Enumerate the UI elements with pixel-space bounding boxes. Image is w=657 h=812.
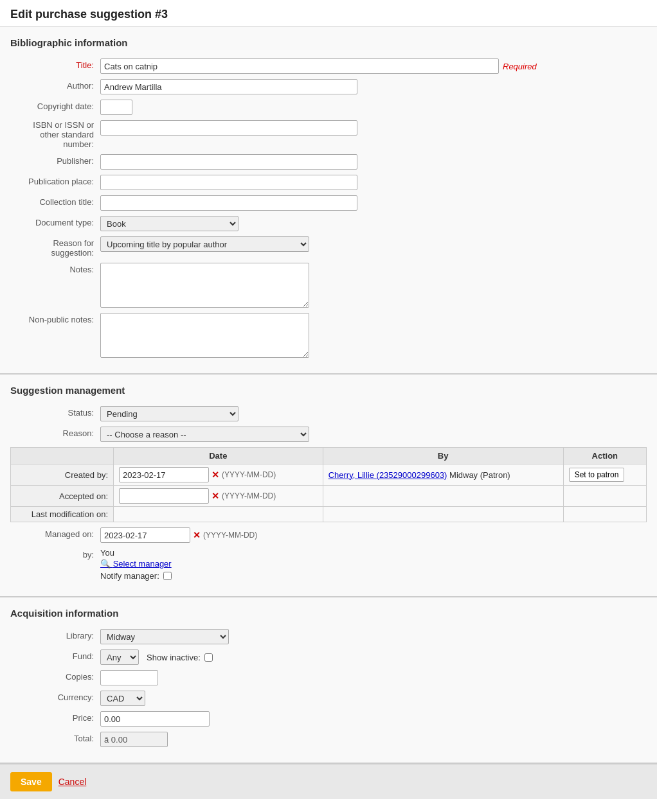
currency-label: Currency: bbox=[10, 691, 100, 702]
non-public-notes-control bbox=[100, 313, 647, 358]
accepted-on-date-input[interactable] bbox=[119, 488, 209, 504]
library-label: Library: bbox=[10, 629, 100, 640]
th-date: Date bbox=[114, 448, 323, 464]
total-input bbox=[100, 732, 168, 747]
managed-by-label: by: bbox=[10, 548, 100, 560]
library-select[interactable]: Midway Main Branch Downtown bbox=[100, 629, 229, 644]
non-public-notes-label: Non-public notes: bbox=[10, 313, 100, 324]
managed-by-you: You bbox=[100, 548, 172, 558]
reason-label: Reason: bbox=[10, 427, 100, 438]
collection-row: Collection title: bbox=[10, 195, 647, 211]
copyright-control bbox=[100, 100, 647, 115]
managed-on-control: ✕ (YYYY-MM-DD) bbox=[100, 527, 647, 543]
acquisition-section: Acquisition information Library: Midway … bbox=[0, 597, 657, 764]
page-title: Edit purchase suggestion #3 bbox=[10, 8, 647, 21]
price-input[interactable] bbox=[100, 711, 210, 727]
created-by-date-input[interactable] bbox=[119, 467, 209, 482]
status-select[interactable]: Pending Accepted Rejected Ordered bbox=[100, 406, 239, 421]
required-text: Required bbox=[503, 62, 537, 71]
select-manager-link[interactable]: 🔍 Select manager bbox=[100, 559, 172, 569]
isbn-label: ISBN or ISSN orother standardnumber: bbox=[10, 120, 100, 149]
cancel-link[interactable]: Cancel bbox=[59, 777, 87, 787]
page-header: Edit purchase suggestion #3 bbox=[0, 0, 657, 27]
collection-input[interactable] bbox=[100, 195, 357, 211]
select-manager-label: Select manager bbox=[113, 559, 172, 569]
copies-control bbox=[100, 670, 647, 685]
doc-type-label: Document type: bbox=[10, 216, 100, 227]
non-public-notes-textarea[interactable] bbox=[100, 313, 309, 358]
fund-control: Any Show inactive: bbox=[100, 649, 647, 665]
notify-manager-row: Notify manager: bbox=[100, 571, 172, 581]
reason-control: -- Choose a reason -- Already have it No… bbox=[100, 427, 647, 442]
library-control: Midway Main Branch Downtown bbox=[100, 629, 647, 644]
table-row: Last modification on: bbox=[11, 507, 647, 522]
table-row: Accepted on: ✕ (YYYY-MM-DD) bbox=[11, 486, 647, 507]
managed-on-date-clear[interactable]: ✕ bbox=[193, 530, 201, 540]
fund-row: Fund: Any Show inactive: bbox=[10, 649, 647, 665]
managed-by-control: You 🔍 Select manager Notify manager: bbox=[100, 548, 647, 581]
accepted-on-date-clear[interactable]: ✕ bbox=[212, 491, 219, 501]
copyright-label: Copyright date: bbox=[10, 100, 100, 111]
table-row: Created by: ✕ (YYYY-MM-DD) Cherry, Lilli… bbox=[11, 464, 647, 486]
managed-on-date-format: (YYYY-MM-DD) bbox=[203, 531, 257, 540]
title-row: Title: Required bbox=[10, 58, 647, 74]
doc-type-row: Document type: Book Article Journal DVD … bbox=[10, 216, 647, 231]
title-control: Required bbox=[100, 58, 647, 74]
currency-select[interactable]: CAD USD EUR bbox=[100, 691, 145, 706]
doc-type-control: Book Article Journal DVD Other bbox=[100, 216, 647, 231]
pub-place-label: Publication place: bbox=[10, 175, 100, 186]
copyright-input[interactable] bbox=[100, 100, 132, 115]
created-by-patron: Cherry, Lillie (23529000299603) Midway (… bbox=[323, 464, 563, 486]
collection-label: Collection title: bbox=[10, 195, 100, 207]
author-label: Author: bbox=[10, 79, 100, 91]
isbn-row: ISBN or ISSN orother standardnumber: bbox=[10, 120, 647, 149]
publisher-label: Publisher: bbox=[10, 154, 100, 166]
title-input[interactable] bbox=[100, 58, 499, 74]
price-label: Price: bbox=[10, 711, 100, 723]
isbn-control bbox=[100, 120, 647, 136]
created-by-date-clear[interactable]: ✕ bbox=[212, 470, 219, 480]
reason-select[interactable]: -- Choose a reason -- Already have it No… bbox=[100, 427, 309, 442]
managed-on-date-input[interactable] bbox=[100, 527, 190, 543]
accepted-on-date-format: (YYYY-MM-DD) bbox=[222, 491, 276, 500]
show-inactive-checkbox[interactable] bbox=[204, 653, 213, 662]
notes-textarea[interactable] bbox=[100, 263, 309, 308]
show-inactive-label: Show inactive: bbox=[147, 653, 201, 662]
last-modification-label: Last modification on: bbox=[11, 507, 114, 522]
reason-suggestion-row: Reason forsuggestion: Upcoming title by … bbox=[10, 236, 647, 258]
copies-label: Copies: bbox=[10, 670, 100, 682]
created-by-date: ✕ (YYYY-MM-DD) bbox=[114, 464, 323, 486]
price-control bbox=[100, 711, 647, 727]
notes-control bbox=[100, 263, 647, 308]
save-button[interactable]: Save bbox=[10, 772, 52, 791]
set-to-patron-button[interactable]: Set to patron bbox=[569, 468, 625, 482]
doc-type-select[interactable]: Book Article Journal DVD Other bbox=[100, 216, 239, 231]
suggestion-management-title: Suggestion management bbox=[10, 381, 647, 398]
total-control bbox=[100, 732, 647, 747]
created-by-date-format: (YYYY-MM-DD) bbox=[222, 470, 276, 479]
patron-link[interactable]: Cherry, Lillie (23529000299603) bbox=[328, 470, 447, 480]
suggestion-management-section: Suggestion management Status: Pending Ac… bbox=[0, 375, 657, 597]
collection-control bbox=[100, 195, 647, 211]
th-action: Action bbox=[563, 448, 646, 464]
acquisition-section-title: Acquisition information bbox=[10, 604, 647, 621]
publisher-input[interactable] bbox=[100, 154, 357, 170]
notify-manager-checkbox[interactable] bbox=[163, 572, 172, 580]
bibliographic-section: Bibliographic information Title: Require… bbox=[0, 27, 657, 375]
reason-suggestion-label: Reason forsuggestion: bbox=[10, 236, 100, 258]
reason-suggestion-select[interactable]: Upcoming title by popular author Patron … bbox=[100, 236, 309, 252]
bibliographic-section-title: Bibliographic information bbox=[10, 33, 647, 51]
pub-place-input[interactable] bbox=[100, 175, 357, 190]
fund-select[interactable]: Any bbox=[100, 649, 139, 665]
managed-on-row: Managed on: ✕ (YYYY-MM-DD) bbox=[10, 527, 647, 543]
author-input[interactable] bbox=[100, 79, 357, 94]
reason-suggestion-control: Upcoming title by popular author Patron … bbox=[100, 236, 647, 252]
author-row: Author: bbox=[10, 79, 647, 94]
managed-by-row: by: You 🔍 Select manager Notify manager: bbox=[10, 548, 647, 581]
author-control bbox=[100, 79, 647, 94]
footer-bar: Save Cancel bbox=[0, 764, 657, 799]
isbn-input[interactable] bbox=[100, 120, 357, 136]
library-row: Library: Midway Main Branch Downtown bbox=[10, 629, 647, 644]
fund-label: Fund: bbox=[10, 649, 100, 661]
copies-input[interactable] bbox=[100, 670, 158, 685]
